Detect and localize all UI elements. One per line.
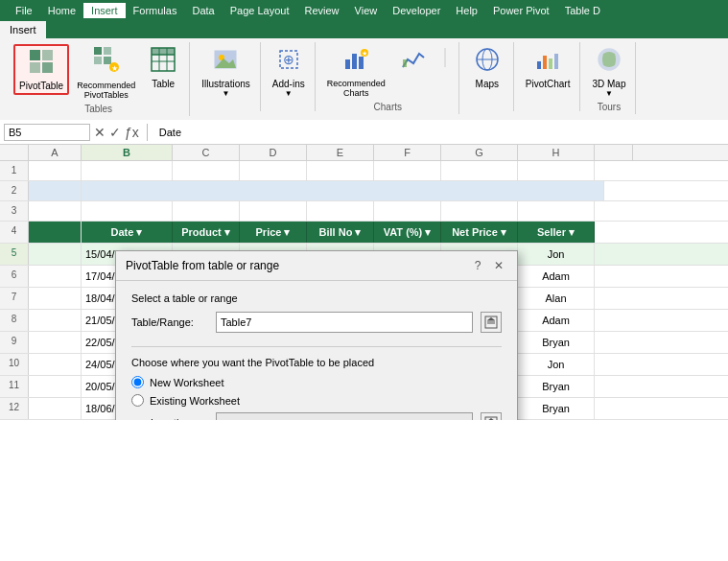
- svg-rect-7: [104, 57, 111, 64]
- tables-items: PivotTable ★ RecommendedPivotTables: [13, 44, 183, 102]
- menu-help[interactable]: Help: [448, 3, 485, 18]
- menu-insert[interactable]: Insert: [83, 3, 126, 18]
- dialog-close-icon[interactable]: ✕: [490, 257, 507, 274]
- existing-worksheet-label: Existing Worksheet: [150, 395, 240, 407]
- menu-file[interactable]: File: [8, 3, 40, 18]
- addins-label: Add-ins: [272, 79, 305, 89]
- svg-rect-35: [549, 58, 552, 69]
- menu-view[interactable]: View: [347, 3, 386, 18]
- svg-rect-2: [30, 62, 40, 73]
- illustrations-label: Illustrations: [201, 79, 250, 89]
- addins-icon: ⊕: [275, 46, 302, 77]
- table-range-input[interactable]: [216, 312, 473, 333]
- recommended-pivot-button[interactable]: ★ RecommendedPivotTables: [73, 44, 139, 102]
- recommended-pivot-label: RecommendedPivotTables: [77, 81, 135, 100]
- ribbon-tabs: Insert: [0, 21, 728, 38]
- svg-marker-40: [487, 317, 495, 320]
- location-input[interactable]: [216, 412, 473, 420]
- ribbon-content: PivotTable ★ RecommendedPivotTables: [0, 38, 728, 120]
- menu-home[interactable]: Home: [40, 3, 83, 18]
- dialog-title-bar: PivotTable from table or range ? ✕: [116, 251, 517, 281]
- spreadsheet: A B C D E F G H 1 2 3: [0, 145, 728, 420]
- charts-items: ★ RecommendedCharts: [323, 44, 453, 100]
- charts2-icon: [400, 46, 427, 77]
- charts-group-label: Charts: [374, 100, 402, 112]
- menu-review[interactable]: Review: [296, 3, 346, 18]
- menu-developer[interactable]: Developer: [385, 3, 448, 18]
- tab-insert[interactable]: Insert: [0, 21, 46, 38]
- svg-rect-34: [543, 56, 547, 69]
- select-range-label: Select a table or range: [131, 292, 502, 304]
- insert-function-icon[interactable]: ƒx: [125, 125, 139, 140]
- maps-button[interactable]: Maps: [467, 44, 507, 91]
- 3d-map-icon: [596, 46, 622, 77]
- dialog-controls: ? ✕: [469, 257, 507, 274]
- ribbon-group-maps: Maps: [461, 42, 514, 111]
- svg-rect-23: [345, 59, 350, 69]
- dialog-body: Select a table or range Table/Range: Cho: [116, 281, 517, 420]
- svg-rect-6: [94, 57, 102, 64]
- recommended-charts-button[interactable]: ★ RecommendedCharts: [323, 44, 389, 100]
- maps-icon: [474, 46, 501, 77]
- name-box[interactable]: [4, 124, 90, 141]
- addins-items: ⊕ Add-ins ▼: [269, 44, 309, 107]
- formula-input[interactable]: [155, 125, 724, 140]
- formula-bar-icons: ✕ ✓ ƒx: [94, 125, 139, 140]
- table-button[interactable]: Table: [143, 44, 183, 91]
- ribbon-group-tours: 3D Map ▼ Tours: [582, 42, 636, 114]
- svg-text:★: ★: [110, 64, 117, 73]
- maps-label: Maps: [476, 79, 499, 89]
- pivot-table-dialog: PivotTable from table or range ? ✕ Selec…: [115, 250, 518, 420]
- table-icon: [150, 46, 176, 77]
- svg-rect-39: [487, 320, 495, 324]
- pivotchart-icon: [534, 46, 561, 77]
- confirm-formula-icon[interactable]: ✓: [109, 125, 121, 140]
- ribbon-group-addins: ⊕ Add-ins ▼: [263, 42, 316, 111]
- menu-table-d[interactable]: Table D: [557, 3, 608, 18]
- table-range-label: Table/Range:: [131, 316, 208, 328]
- svg-marker-43: [487, 418, 495, 420]
- tables-group-label: Tables: [84, 102, 112, 114]
- svg-rect-15: [152, 48, 159, 55]
- maps-items: Maps: [467, 44, 507, 107]
- recommended-charts-icon: ★: [342, 46, 369, 77]
- menu-power-pivot[interactable]: Power Pivot: [485, 3, 557, 18]
- svg-rect-3: [42, 62, 53, 73]
- svg-rect-4: [94, 47, 102, 55]
- pivotchart-button[interactable]: PivotChart: [522, 44, 575, 91]
- existing-worksheet-radio[interactable]: [131, 394, 144, 407]
- illustrations-icon: [212, 46, 239, 77]
- svg-rect-0: [30, 50, 40, 60]
- svg-text:⊕: ⊕: [283, 52, 294, 67]
- dialog-title: PivotTable from table or range: [126, 259, 279, 272]
- svg-rect-1: [42, 50, 53, 60]
- location-row: Location:: [131, 412, 502, 420]
- illustrations-button[interactable]: Illustrations ▼: [198, 44, 254, 100]
- addins-button[interactable]: ⊕ Add-ins ▼: [269, 44, 309, 100]
- new-worksheet-radio[interactable]: [131, 376, 144, 388]
- svg-rect-28: [403, 59, 407, 67]
- pivotchart-label: PivotChart: [526, 79, 571, 89]
- existing-worksheet-option[interactable]: Existing Worksheet: [131, 394, 502, 407]
- new-worksheet-label: New Worksheet: [150, 377, 223, 388]
- svg-rect-5: [104, 47, 111, 55]
- 3d-map-button[interactable]: 3D Map ▼: [588, 44, 629, 100]
- dialog-question-icon[interactable]: ?: [469, 257, 486, 274]
- menu-data[interactable]: Data: [184, 3, 222, 18]
- menu-page-layout[interactable]: Page Layout: [223, 3, 297, 18]
- pivotchart-items: PivotChart: [522, 44, 575, 107]
- pivot-table-label: PivotTable: [19, 81, 63, 91]
- formula-bar-divider: [147, 124, 148, 141]
- illustrations-items: Illustrations ▼: [198, 44, 254, 107]
- new-worksheet-option[interactable]: New Worksheet: [131, 376, 502, 388]
- location-selector-btn[interactable]: [481, 412, 502, 420]
- svg-rect-16: [159, 48, 167, 55]
- pivot-table-button[interactable]: PivotTable: [13, 44, 69, 95]
- recommended-pivot-icon: ★: [93, 46, 120, 79]
- table-range-selector-btn[interactable]: [481, 312, 502, 333]
- charts2-button[interactable]: [393, 44, 434, 81]
- svg-rect-17: [167, 48, 175, 55]
- menu-formulas[interactable]: Formulas: [126, 3, 185, 18]
- cancel-formula-icon[interactable]: ✕: [94, 125, 106, 140]
- placement-label: Choose where you want the PivotTable to …: [131, 357, 502, 368]
